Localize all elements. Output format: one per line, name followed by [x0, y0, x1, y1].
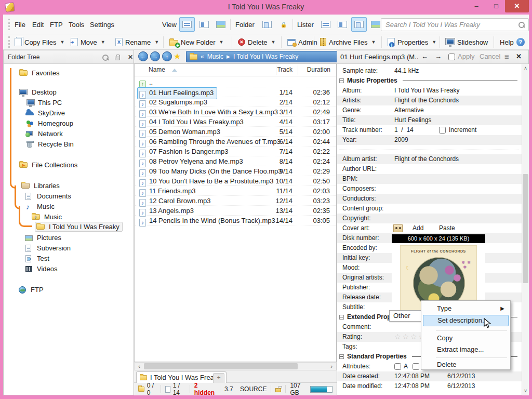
lister-detailpane-toggle[interactable] — [351, 17, 367, 32]
menu-item-set-description[interactable]: Set description... — [423, 315, 509, 326]
breadcrumb-current[interactable]: I Told You I Was Freaky — [233, 53, 298, 60]
menu-edit[interactable]: Edit — [30, 20, 46, 30]
prev-file-arrow[interactable]: ← — [421, 52, 428, 60]
view-content-toggle[interactable] — [196, 17, 212, 32]
scroll-down-arrow[interactable]: ∨ — [522, 387, 529, 395]
prop-row[interactable]: Year:2009 — [337, 135, 522, 145]
menu-item-type[interactable]: Type▶ — [423, 303, 509, 314]
file-row[interactable]: ♪05 Demon Woman.mp35/1402:00 — [135, 127, 336, 137]
prop-row-track-number[interactable]: Track number: 1 / 14 Increment — [337, 125, 522, 135]
prop-row[interactable]: Content group: — [337, 204, 522, 214]
archive-files-button[interactable]: Archive Files ▼ — [318, 36, 378, 48]
menu-item-extract-image[interactable]: Extract image... — [423, 344, 509, 355]
help-button[interactable]: Help ? — [498, 36, 527, 48]
tree-search-icon[interactable] — [101, 54, 110, 61]
sidebar-item-ftp[interactable]: FTP — [18, 285, 44, 295]
file-row[interactable]: ♪07 Fashion Is Danger.mp37/1402:22 — [135, 147, 336, 156]
sidebar-item-music-folder[interactable]: ♪Music — [32, 212, 62, 222]
section-music-properties[interactable]: Music Properties — [337, 76, 522, 86]
scroll-up-arrow[interactable]: ∧ — [522, 64, 529, 72]
scroll-right-arrow[interactable]: › — [327, 363, 336, 370]
maximize-button[interactable]: □ — [487, 0, 505, 12]
sidebar-item-skydrive[interactable]: SkyDrive — [25, 108, 65, 118]
view-thumbnails-toggle[interactable] — [213, 17, 229, 32]
prop-row-date-modified[interactable]: Date modified: 12:47:08 PM 6/12/2013 — [337, 381, 522, 391]
attribute-c-checkbox[interactable] — [413, 363, 419, 370]
sidebar-item-file-collections[interactable]: ➤File Collections — [19, 160, 77, 170]
vertical-scrollbar[interactable]: ∧ ∨ — [522, 64, 529, 395]
breadcrumb-parent[interactable]: Music — [207, 53, 223, 60]
prop-row[interactable]: Artists:Flight of the Conchords — [337, 96, 522, 105]
prop-row[interactable]: BPM: — [337, 174, 522, 184]
minimize-button[interactable]: – — [468, 0, 485, 12]
new-folder-button[interactable]: + New Folder ▼ — [167, 36, 225, 48]
file-row[interactable]: ♪02 Sugalumps.mp32/1402:12 — [135, 97, 336, 107]
cover-paste-button[interactable]: Paste — [439, 223, 455, 233]
attribute-a-checkbox[interactable] — [394, 363, 401, 370]
sidebar-item-libraries[interactable]: Libraries — [21, 181, 60, 191]
tree-close-icon[interactable]: ✕ — [126, 54, 135, 61]
toolbar-grip[interactable] — [8, 36, 10, 48]
increment-checkbox[interactable] — [439, 127, 446, 134]
menu-item-delete[interactable]: Delete — [423, 359, 509, 370]
sidebar-item-music-library[interactable]: ♪Music — [24, 202, 55, 211]
cover-add-button[interactable]: Add — [413, 223, 423, 233]
folder-lock-toggle[interactable]: 🔒 — [276, 17, 291, 32]
menu-item-copy[interactable]: Copy — [423, 332, 509, 344]
menu-settings[interactable]: Settings — [88, 20, 116, 30]
sidebar-item-album-selected[interactable]: I Told You I Was Freaky — [35, 222, 123, 232]
forward-button[interactable]: → — [150, 51, 160, 61]
prop-row[interactable]: Copyright: — [337, 214, 522, 223]
prop-row-date-created[interactable]: Date created: 12:47:08 PM 6/12/2013 — [337, 371, 522, 381]
sidebar-item-this-pc[interactable]: This PC — [25, 98, 62, 108]
prop-row[interactable]: Composers: — [337, 184, 522, 194]
prop-row-cover-art[interactable]: Cover art: Add Paste — [337, 223, 522, 233]
close-button[interactable]: ✕ — [505, 0, 529, 12]
panel-close-icon[interactable]: ✕ — [516, 52, 522, 60]
properties-button[interactable]: Properties ▼ — [385, 36, 438, 48]
sidebar-item-test[interactable]: Test — [24, 254, 49, 263]
file-row[interactable]: ♪10 You Don't Have to Be a Prostitute.mp… — [135, 176, 336, 186]
move-button[interactable]: Move ▼ — [69, 36, 108, 48]
sidebar-item-recycle-bin[interactable]: Recycle Bin — [25, 139, 74, 149]
panel-menu-icon[interactable]: = — [504, 52, 509, 61]
scrollbar-thumb[interactable] — [523, 174, 528, 283]
lister-tree-toggle[interactable] — [335, 17, 350, 32]
file-row-selected[interactable]: ♪01 Hurt Feelings.mp3 1/1402:36 — [135, 87, 336, 97]
prop-row[interactable]: Album:I Told You I Was Freaky — [337, 86, 522, 96]
type-value-popup[interactable]: Other — [389, 310, 422, 322]
search-input[interactable] — [385, 20, 513, 30]
file-row[interactable]: ♪06 Rambling Through the Avenues of T.mp… — [135, 137, 336, 147]
sidebar-item-favorites[interactable]: ★Favorites — [19, 68, 59, 78]
cover-thumbnail-icon[interactable] — [393, 224, 403, 232]
folder-pair-toggle[interactable] — [259, 17, 275, 32]
file-row[interactable]: ♪13 Angels.mp313/1402:35 — [135, 206, 336, 216]
prop-row[interactable]: Genre:Alternative — [337, 105, 522, 115]
prop-row[interactable]: Conductors: — [337, 194, 522, 204]
menu-file[interactable]: File — [12, 20, 28, 30]
prop-row[interactable]: Title:Hurt Feelings — [337, 115, 522, 125]
tree-pin-icon[interactable] — [114, 54, 122, 61]
scroll-left-arrow[interactable]: ‹ — [135, 363, 143, 370]
parent-dir-row[interactable]: ↑.. — [135, 77, 336, 87]
column-name[interactable]: Name — [149, 66, 165, 73]
sidebar-item-subversion[interactable]: Subversion — [24, 243, 71, 253]
file-row[interactable]: ♪14 Pencils In the Wind (Bonus Track).mp… — [135, 216, 336, 225]
lister-list-toggle[interactable] — [318, 17, 334, 32]
prop-row[interactable]: Author URL: — [337, 164, 522, 174]
column-resize-handle[interactable] — [276, 65, 276, 75]
slideshow-button[interactable]: Slideshow — [444, 36, 490, 48]
favorites-star-icon[interactable]: ★ — [174, 51, 181, 61]
delete-button[interactable]: ✕ Delete ▼ — [236, 36, 278, 48]
toolbar-grip[interactable] — [8, 19, 10, 30]
file-row[interactable]: ♪03 We're Both In Love With a Sexy La.mp… — [135, 107, 336, 117]
copy-files-button[interactable]: Copy Files ▼ — [12, 36, 66, 48]
prop-row[interactable]: Sample rate:44.1 kHz — [337, 66, 522, 76]
sidebar-item-network[interactable]: Network — [25, 129, 63, 139]
collapse-icon[interactable] — [339, 354, 344, 359]
apply-button[interactable]: Apply — [458, 52, 475, 60]
menu-ftp[interactable]: FTP — [48, 20, 65, 30]
next-file-arrow[interactable]: → — [435, 52, 442, 60]
horizontal-scrollbar[interactable]: ‹ › — [134, 362, 337, 370]
file-row[interactable]: ♪08 Petrov Yelyena and Me.mp38/1402:24 — [135, 156, 336, 166]
